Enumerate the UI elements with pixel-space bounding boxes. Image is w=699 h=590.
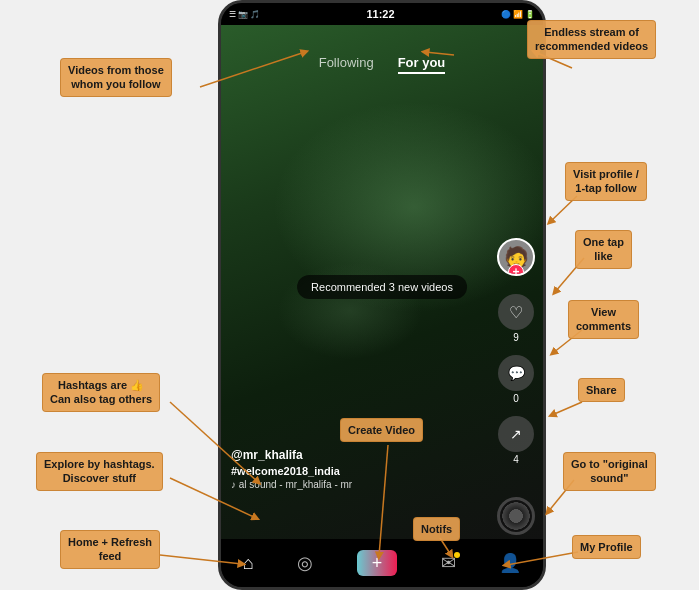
annotation-notifs: Notifs xyxy=(413,517,460,541)
comment-action[interactable]: 💬 0 xyxy=(498,355,534,404)
notif-dot xyxy=(454,552,460,558)
annotation-box-my-profile: My Profile xyxy=(572,535,641,559)
annotation-box-home-refresh: Home + Refreshfeed xyxy=(60,530,160,569)
annotation-box-following: Videos from thosewhom you follow xyxy=(60,58,172,97)
nav-discover[interactable]: ◎ xyxy=(297,552,313,574)
home-icon: ⌂ xyxy=(243,553,254,574)
username: @mr_khalifa xyxy=(231,448,352,462)
annotation-my-profile: My Profile xyxy=(572,535,641,559)
share-action[interactable]: ↗ 4 xyxy=(498,416,534,465)
nav-notifs[interactable]: ✉ xyxy=(441,552,456,574)
profile-avatar[interactable]: 🧑 + xyxy=(497,238,535,276)
comment-icon[interactable]: 💬 xyxy=(498,355,534,391)
annotation-visit-profile: Visit profile /1-tap follow xyxy=(565,162,647,201)
svg-line-6 xyxy=(552,402,582,415)
annotation-hashtags: Hashtags are 👍Can also tag others xyxy=(42,373,160,412)
tab-following[interactable]: Following xyxy=(319,55,374,74)
discover-icon: ◎ xyxy=(297,552,313,574)
status-left-icons: ☰📷🎵 xyxy=(229,10,260,19)
hashtag[interactable]: #welcome2018_india xyxy=(231,465,352,477)
profile-action[interactable]: 🧑 + xyxy=(497,238,535,276)
like-icon[interactable]: ♡ xyxy=(498,294,534,330)
status-right-icons: 🔵📶🔋 xyxy=(501,10,535,19)
tab-for-you[interactable]: For you xyxy=(398,55,446,74)
nav-profile[interactable]: 👤 xyxy=(499,552,521,574)
spinning-record[interactable] xyxy=(497,497,535,535)
annotation-box-comments: Viewcomments xyxy=(568,300,639,339)
annotation-share: Share xyxy=(578,378,625,402)
profile-nav-icon: 👤 xyxy=(499,552,521,574)
annotation-explore: Explore by hashtags.Discover stuff xyxy=(36,452,163,491)
create-button[interactable]: + xyxy=(357,550,397,576)
status-bar: ☰📷🎵 11:22 🔵📶🔋 xyxy=(221,3,543,25)
annotation-box-share: Share xyxy=(578,378,625,402)
annotation-comments: Viewcomments xyxy=(568,300,639,339)
video-area[interactable]: Following For you Recommended 3 new vide… xyxy=(221,25,543,545)
annotation-like: One taplike xyxy=(575,230,632,269)
annotation-sound: Go to "originalsound" xyxy=(563,452,656,491)
annotation-box-hashtags: Hashtags are 👍Can also tag others xyxy=(42,373,160,412)
annotation-box-create-video: Create Video xyxy=(340,418,423,442)
action-buttons: 🧑 + ♡ 9 💬 0 ↗ 4 xyxy=(497,238,535,465)
annotation-box-endless-stream: Endless stream ofrecommended videos xyxy=(527,20,656,59)
annotation-box-visit-profile: Visit profile /1-tap follow xyxy=(565,162,647,201)
nav-home[interactable]: ⌂ xyxy=(243,553,254,574)
status-time: 11:22 xyxy=(366,8,394,20)
share-icon[interactable]: ↗ xyxy=(498,416,534,452)
annotation-box-notifs: Notifs xyxy=(413,517,460,541)
bottom-info: @mr_khalifa #welcome2018_india ♪ al soun… xyxy=(231,448,352,490)
comment-count: 0 xyxy=(513,393,519,404)
like-action[interactable]: ♡ 9 xyxy=(498,294,534,343)
annotation-box-sound: Go to "originalsound" xyxy=(563,452,656,491)
nav-tabs: Following For you xyxy=(221,55,543,74)
annotation-endless-stream: Endless stream ofrecommended videos xyxy=(527,20,656,59)
phone-frame: ☰📷🎵 11:22 🔵📶🔋 Following For you Recommen… xyxy=(218,0,546,590)
like-count: 9 xyxy=(513,332,519,343)
annotation-box-like: One taplike xyxy=(575,230,632,269)
sound-text[interactable]: ♪ al sound - mr_khalifa - mr xyxy=(231,479,352,490)
annotation-box-explore: Explore by hashtags.Discover stuff xyxy=(36,452,163,491)
follow-plus-badge: + xyxy=(508,264,524,276)
annotation-create-video: Create Video xyxy=(340,418,423,442)
nav-create[interactable]: + xyxy=(357,550,397,576)
share-count: 4 xyxy=(513,454,519,465)
annotation-following: Videos from thosewhom you follow xyxy=(60,58,172,97)
annotation-home-refresh: Home + Refreshfeed xyxy=(60,530,160,569)
notif-banner[interactable]: Recommended 3 new videos xyxy=(297,275,467,299)
bottom-nav: ⌂ ◎ + ✉ 👤 xyxy=(221,539,543,587)
